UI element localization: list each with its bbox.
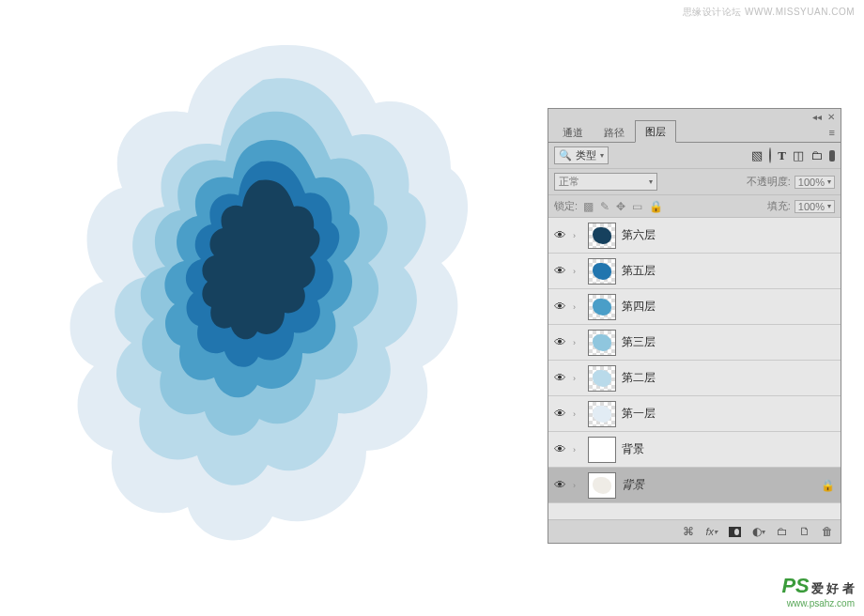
watermark-bottom: PS 爱 好 者 www.psahz.com bbox=[781, 574, 855, 608]
lock-position-icon[interactable]: ✥ bbox=[616, 200, 625, 213]
lock-all-icon[interactable]: 🔒 bbox=[649, 200, 663, 213]
visibility-icon[interactable]: 👁 bbox=[552, 300, 567, 314]
expand-icon[interactable]: › bbox=[573, 445, 582, 454]
visibility-icon[interactable]: 👁 bbox=[552, 478, 567, 492]
link-icon[interactable]: ⌘ bbox=[683, 525, 694, 538]
opacity-value: 100% bbox=[798, 177, 825, 188]
layer-row[interactable]: 👁›第一层 bbox=[548, 396, 841, 432]
layer-thumbnail[interactable] bbox=[588, 365, 616, 392]
panel-tabs: 通道 路径 图层 ≡ bbox=[548, 122, 841, 143]
mask-icon[interactable] bbox=[729, 527, 741, 537]
fill-input[interactable]: 100%▾ bbox=[795, 200, 835, 213]
filter-shape-icon[interactable]: ◫ bbox=[793, 148, 804, 162]
filter-type-icon[interactable]: T bbox=[778, 148, 786, 163]
watermark-ps: PS bbox=[781, 574, 809, 598]
expand-icon[interactable]: › bbox=[573, 338, 582, 347]
filter-smartobject-icon[interactable]: 🗀 bbox=[810, 148, 823, 162]
lock-artboard-icon[interactable]: ▭ bbox=[632, 200, 642, 213]
expand-icon[interactable]: › bbox=[573, 409, 582, 419]
trash-icon[interactable]: 🗑 bbox=[822, 525, 833, 538]
filter-adjustment-icon[interactable] bbox=[769, 148, 771, 162]
new-layer-icon[interactable]: 🗋 bbox=[799, 525, 810, 538]
layer-name[interactable]: 背景 bbox=[622, 477, 815, 493]
opacity-input[interactable]: 100%▾ bbox=[795, 176, 835, 189]
expand-icon[interactable]: › bbox=[573, 267, 582, 276]
layer-name[interactable]: 第二层 bbox=[622, 370, 835, 386]
layer-row[interactable]: 👁›第六层 bbox=[548, 218, 841, 254]
blend-row: 正常 ▾ 不透明度: 100%▾ bbox=[548, 169, 841, 195]
search-icon: 🔍 bbox=[559, 149, 572, 162]
group-icon[interactable]: 🗀 bbox=[777, 525, 788, 538]
expand-icon[interactable]: › bbox=[573, 374, 582, 383]
lock-pixels-icon[interactable]: ✎ bbox=[600, 200, 609, 213]
blend-mode-select[interactable]: 正常 ▾ bbox=[554, 173, 657, 191]
layer-row[interactable]: 👁›第三层 bbox=[548, 325, 841, 361]
blend-mode-value: 正常 bbox=[559, 175, 579, 189]
lock-icon: 🔒 bbox=[821, 479, 835, 492]
panel-collapse-icon[interactable]: ◂◂ bbox=[812, 112, 822, 122]
layer-row[interactable]: 👁›第五层 bbox=[548, 254, 841, 289]
expand-icon[interactable]: › bbox=[573, 481, 582, 490]
watermark-zh: 爱 好 者 bbox=[811, 580, 855, 597]
lock-label: 锁定: bbox=[554, 199, 578, 213]
panel-close-icon[interactable]: ✕ bbox=[827, 112, 835, 122]
layer-thumbnail[interactable] bbox=[588, 223, 616, 249]
filter-kind-label: 类型 bbox=[576, 148, 596, 162]
layer-name[interactable]: 第四层 bbox=[622, 299, 835, 315]
layer-row[interactable]: 👁›第四层 bbox=[548, 289, 841, 325]
visibility-icon[interactable]: 👁 bbox=[552, 264, 567, 278]
layer-thumbnail[interactable] bbox=[588, 330, 616, 356]
filter-row: 🔍 类型 ▾ ▧ T ◫ 🗀 bbox=[548, 143, 841, 169]
layer-thumbnail[interactable] bbox=[588, 258, 616, 285]
opacity-label: 不透明度: bbox=[747, 175, 791, 189]
expand-icon[interactable]: › bbox=[573, 302, 582, 312]
adjust-icon[interactable]: ◐▾ bbox=[752, 525, 765, 538]
layer-name[interactable]: 第一层 bbox=[622, 406, 835, 422]
chevron-down-icon: ▾ bbox=[600, 151, 604, 160]
layer-thumbnail[interactable] bbox=[588, 437, 616, 463]
fx-icon[interactable]: fx▾ bbox=[705, 526, 717, 537]
expand-icon[interactable]: › bbox=[573, 231, 582, 240]
visibility-icon[interactable]: 👁 bbox=[552, 228, 567, 242]
panel-menu-icon[interactable]: ≡ bbox=[829, 127, 835, 138]
visibility-icon[interactable]: 👁 bbox=[552, 442, 567, 456]
layers-empty-area[interactable] bbox=[548, 503, 841, 520]
filter-kind-select[interactable]: 🔍 类型 ▾ bbox=[554, 146, 609, 164]
lock-trans-icon[interactable]: ▩ bbox=[583, 200, 594, 213]
layer-name[interactable]: 背景 bbox=[622, 441, 835, 457]
watermark-top: 思缘设计论坛 WWW.MISSYUAN.COM bbox=[683, 6, 855, 19]
visibility-icon[interactable]: 👁 bbox=[552, 335, 567, 349]
layers-panel: ◂◂ ✕ 通道 路径 图层 ≡ 🔍 类型 ▾ ▧ T ◫ 🗀 正常 ▾ 不透明度… bbox=[548, 108, 841, 544]
fill-value: 100% bbox=[798, 201, 825, 212]
layer-row[interactable]: 👁›背景 bbox=[548, 432, 841, 468]
fill-label: 填充: bbox=[767, 199, 791, 213]
layer-row[interactable]: 👁›第二层 bbox=[548, 361, 841, 396]
tab-paths[interactable]: 路径 bbox=[594, 121, 635, 143]
canvas-artwork bbox=[38, 28, 488, 554]
layer-name[interactable]: 第五层 bbox=[622, 263, 835, 279]
visibility-icon[interactable]: 👁 bbox=[552, 407, 567, 421]
visibility-icon[interactable]: 👁 bbox=[552, 371, 567, 385]
filter-image-icon[interactable]: ▧ bbox=[751, 148, 763, 162]
layer-name[interactable]: 第三层 bbox=[622, 334, 835, 350]
panel-footer: ⌘ fx▾ ◐▾ 🗀 🗋 🗑 bbox=[548, 520, 841, 543]
filter-toggle[interactable] bbox=[829, 150, 835, 162]
layers-list: 👁›第六层👁›第五层👁›第四层👁›第三层👁›第二层👁›第一层👁›背景👁›背景🔒 bbox=[548, 218, 841, 503]
tab-channels[interactable]: 通道 bbox=[552, 121, 594, 143]
tab-layers[interactable]: 图层 bbox=[635, 120, 676, 143]
layer-thumbnail[interactable] bbox=[588, 472, 616, 499]
layer-thumbnail[interactable] bbox=[588, 401, 616, 427]
watermark-url: www.psahz.com bbox=[781, 598, 855, 608]
chevron-down-icon: ▾ bbox=[649, 177, 653, 186]
layer-name[interactable]: 第六层 bbox=[622, 227, 835, 243]
layer-thumbnail[interactable] bbox=[588, 294, 616, 320]
layer-row[interactable]: 👁›背景🔒 bbox=[548, 468, 841, 503]
lock-row: 锁定: ▩ ✎ ✥ ▭ 🔒 填充: 100%▾ bbox=[548, 195, 841, 218]
